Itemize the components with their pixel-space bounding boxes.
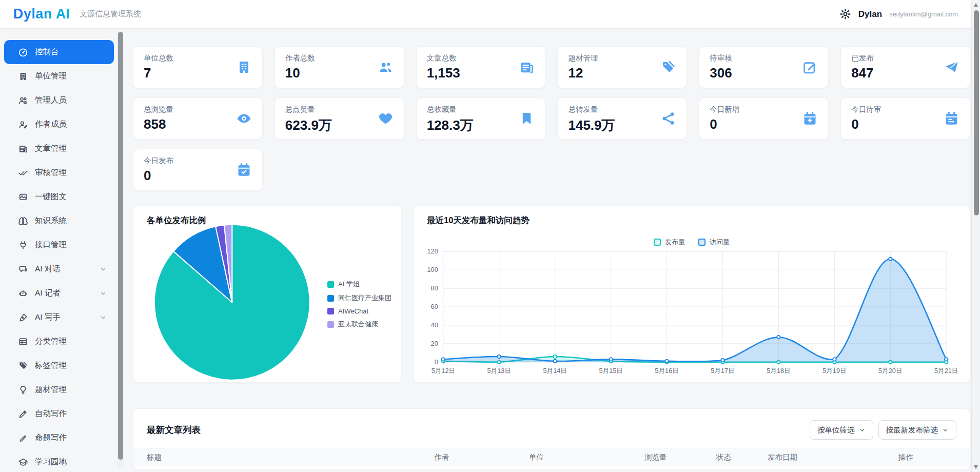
images-icon xyxy=(18,192,28,202)
stat-card-单位总数: 单位总数7 xyxy=(133,46,263,88)
window-scrollbar[interactable] xyxy=(971,0,980,472)
calendar-check-icon xyxy=(236,162,252,178)
column-header-标题: 标题 xyxy=(147,453,434,462)
y-axis-tick-label: 40 xyxy=(431,322,438,329)
gear-icon[interactable] xyxy=(839,8,851,20)
pie-legend-item-AIWeChat[interactable]: AIWeChat xyxy=(327,307,391,315)
y-axis-tick-label: 0 xyxy=(435,359,438,366)
sidebar-item-label: AI 记者 xyxy=(35,288,61,299)
sidebar-item-标签管理[interactable]: 标签管理 xyxy=(4,353,114,378)
sidebar-item-自动写作[interactable]: 自动写作 xyxy=(4,402,114,426)
eye-icon xyxy=(236,111,252,127)
data-point-访问量 xyxy=(442,358,445,361)
legend-label: 同仁医疗产业集团 xyxy=(338,293,391,303)
x-axis-tick-label: 5月21日 xyxy=(934,367,958,375)
data-point-发布量 xyxy=(553,355,557,359)
sidebar-item-题材管理[interactable]: 题材管理 xyxy=(4,378,114,402)
y-axis-tick-label: 60 xyxy=(431,303,438,310)
scroll-up-arrow-icon[interactable] xyxy=(974,3,978,7)
column-header-发布日期: 发布日期 xyxy=(768,453,855,462)
brain-icon xyxy=(18,216,28,226)
sidebar-item-接口管理[interactable]: 接口管理 xyxy=(4,233,114,257)
sidebar-item-命题写作[interactable]: 命题写作 xyxy=(4,426,114,450)
sidebar-item-label: 标签管理 xyxy=(35,360,67,371)
sidebar-scrollbar-thumb[interactable] xyxy=(118,32,123,460)
stat-card-待审核: 待审核306 xyxy=(699,46,829,88)
sidebar-item-审核管理[interactable]: 审核管理 xyxy=(4,161,114,185)
sidebar-item-AI 对话[interactable]: AI 对话 xyxy=(4,257,114,281)
sidebar-item-管理人员[interactable]: 管理人员 xyxy=(4,88,114,112)
sidebar-item-label: 单位管理 xyxy=(35,71,67,82)
pie-legend-item-亚太联合健康[interactable]: 亚太联合健康 xyxy=(327,320,391,329)
x-axis-tick-label: 5月20日 xyxy=(878,367,903,375)
data-point-访问量 xyxy=(833,358,836,361)
stat-card-题材管理: 题材管理12 xyxy=(557,46,687,88)
sidebar-item-文章管理[interactable]: 文章管理 xyxy=(4,136,114,161)
legend-label: 亚太联合健康 xyxy=(338,320,378,329)
app-logo: Dylan AI xyxy=(13,6,70,22)
sidebar-item-知识系统[interactable]: 知识系统 xyxy=(4,209,114,233)
y-axis-tick-label: 120 xyxy=(427,248,438,255)
stat-card-总点赞量: 总点赞量623.9万 xyxy=(275,97,404,140)
sidebar-item-AI 写手[interactable]: AI 写手 xyxy=(4,305,114,329)
stats-grid: 单位总数7作者总数10文章总数1,153题材管理12待审核306已发布847总浏… xyxy=(133,46,970,191)
data-point-访问量 xyxy=(777,336,780,339)
users-gear-icon xyxy=(18,95,28,106)
filter-label: 按单位筛选 xyxy=(817,425,855,435)
sidebar-item-单位管理[interactable]: 单位管理 xyxy=(4,64,114,88)
pie-chart-card: 各单位发布比例 AI 学姐同仁医疗产业集团AIWeChat亚太联合健康 xyxy=(133,205,402,383)
legend-swatch xyxy=(327,281,334,288)
sidebar-item-label: 作者成员 xyxy=(35,119,67,130)
legend-swatch xyxy=(327,308,334,314)
sidebar-item-label: 知识系统 xyxy=(35,215,67,226)
tags-icon xyxy=(18,361,28,371)
users-icon xyxy=(378,60,394,75)
stat-card-今日发布: 今日发布0 xyxy=(133,149,263,191)
data-point-访问量 xyxy=(889,257,892,261)
sidebar-item-控制台[interactable]: 控制台 xyxy=(4,40,114,64)
table-row[interactable]: 智慧园区建设成果系列报道同仁医疗产业集团已发布 xyxy=(147,466,956,470)
robot-icon xyxy=(18,288,28,299)
table-body: 智慧园区建设成果系列报道同仁医疗产业集团已发布 xyxy=(147,466,956,470)
sidebar-scrollbar[interactable] xyxy=(117,31,124,469)
pie-legend: AI 学姐同仁医疗产业集团AIWeChat亚太联合健康 xyxy=(327,280,391,329)
chevron-down-icon[interactable] xyxy=(100,266,107,273)
newspaper-icon xyxy=(519,60,535,75)
x-axis-tick-label: 5月13日 xyxy=(487,367,512,375)
pie-legend-item-同仁医疗产业集团[interactable]: 同仁医疗产业集团 xyxy=(327,293,391,303)
latest-articles-card: 最新文章列表 按单位筛选按最新发布筛选 标题作者单位浏览量状态发布日期操作 智慧… xyxy=(133,408,970,470)
column-header-浏览量: 浏览量 xyxy=(644,453,716,462)
chevron-down-icon[interactable] xyxy=(100,314,107,321)
sidebar-item-AI 记者[interactable]: AI 记者 xyxy=(4,281,114,305)
chevron-down-icon[interactable] xyxy=(100,290,107,297)
data-point-访问量 xyxy=(553,360,557,363)
stat-card-总收藏量: 总收藏量128.3万 xyxy=(416,97,546,140)
sidebar-item-label: 控制台 xyxy=(35,47,59,57)
sidebar-item-label: AI 对话 xyxy=(35,264,61,274)
chevron-down-icon xyxy=(942,427,949,434)
window-scrollbar-thumb[interactable] xyxy=(974,10,979,215)
stat-card-今日待审: 今日待审0 xyxy=(840,97,970,140)
sidebar-item-label: 审核管理 xyxy=(35,167,67,178)
x-axis-tick-label: 5月16日 xyxy=(655,367,679,375)
x-axis-tick-label: 5月15日 xyxy=(599,367,623,375)
pencil-icon xyxy=(18,409,28,419)
filter-dropdown-按单位筛选[interactable]: 按单位筛选 xyxy=(810,420,873,440)
sidebar-item-分类管理[interactable]: 分类管理 xyxy=(4,329,114,353)
pie-legend-item-AI 学姐[interactable]: AI 学姐 xyxy=(327,280,391,289)
stat-card-文章总数: 文章总数1,153 xyxy=(416,46,546,88)
x-axis-tick-label: 5月19日 xyxy=(822,367,847,375)
data-point-访问量 xyxy=(498,355,501,359)
filter-dropdown-按最新发布筛选[interactable]: 按最新发布筛选 xyxy=(878,420,957,440)
comments-icon xyxy=(18,264,28,274)
scroll-down-arrow-icon[interactable] xyxy=(974,465,978,469)
stat-card-作者总数: 作者总数10 xyxy=(275,46,404,88)
sidebar-item-一键图文[interactable]: 一键图文 xyxy=(4,185,114,209)
heart-icon xyxy=(378,111,394,127)
sidebar-item-label: 命题写作 xyxy=(35,432,67,443)
data-point-访问量 xyxy=(609,358,613,361)
graduation-cap-icon xyxy=(18,457,28,467)
sidebar-item-作者成员[interactable]: 作者成员 xyxy=(4,112,114,136)
share-nodes-icon xyxy=(660,111,676,127)
sidebar-item-学习园地[interactable]: 学习园地 xyxy=(4,450,114,472)
